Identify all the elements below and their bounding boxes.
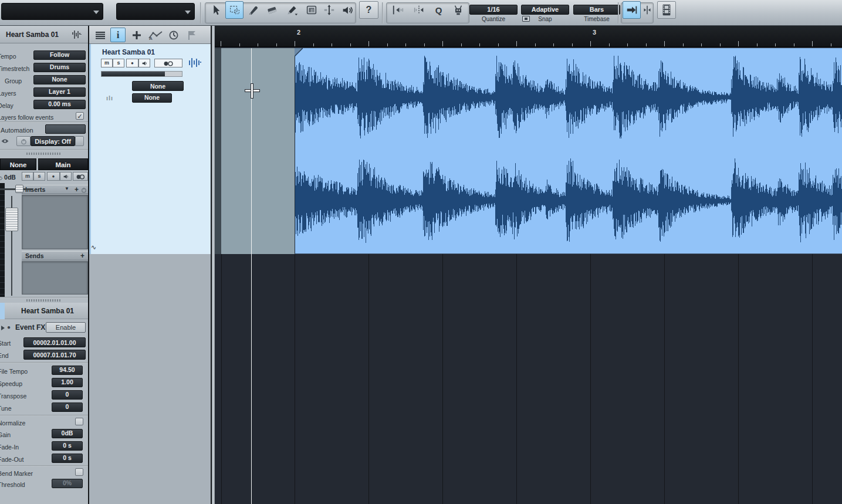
tab-channel-main[interactable]: Main xyxy=(38,158,88,170)
track-header[interactable]: Heart Samba 01 m s ● None ılı None ∿ xyxy=(89,44,211,254)
track-input-button[interactable]: None xyxy=(132,93,172,103)
fader-handle[interactable] xyxy=(5,208,18,231)
help-button[interactable]: ? xyxy=(359,1,378,19)
paint-tool-button[interactable] xyxy=(282,1,302,19)
quantize-value-dropdown[interactable]: 1/16 xyxy=(469,5,518,15)
listen-tool-button[interactable] xyxy=(339,1,356,19)
track-lane-edge xyxy=(215,48,221,254)
event-fx-expand-icon[interactable] xyxy=(1,326,5,330)
track-title: Heart Samba 01 xyxy=(102,48,155,56)
snap-edges-button[interactable] xyxy=(388,1,408,19)
arrow-tool-icon xyxy=(209,4,222,16)
marker-track-button[interactable] xyxy=(184,28,199,42)
track-instrument-button[interactable]: None xyxy=(132,81,184,91)
window-selector-dropdown[interactable] xyxy=(1,3,103,20)
channel-mute-button[interactable]: m xyxy=(22,172,33,181)
normalize-label: Normalize xyxy=(0,420,25,427)
group-label: Group xyxy=(5,77,22,84)
display-power-button[interactable] xyxy=(16,136,31,146)
track-stereo-button[interactable] xyxy=(154,59,182,67)
eraser-tool-button[interactable] xyxy=(263,1,281,19)
bend-tool-button[interactable] xyxy=(320,1,337,19)
normalize-checkbox[interactable] xyxy=(75,418,83,425)
playhead-line[interactable] xyxy=(251,48,252,504)
inspector-toggle-button[interactable]: i xyxy=(110,28,126,42)
tempo-track-button[interactable] xyxy=(166,28,181,42)
inserts-list[interactable] xyxy=(22,195,88,249)
timestretch-value-button[interactable]: Drums xyxy=(33,63,86,72)
track-mute-button[interactable]: m xyxy=(101,59,113,67)
fade-in-value[interactable]: 0 s xyxy=(52,441,83,451)
end-value[interactable]: 00007.01.01.70 xyxy=(23,350,86,360)
display-mode-button[interactable]: Display: Off xyxy=(31,136,75,146)
channel-monitor-button[interactable] xyxy=(60,172,72,181)
track-lane-background[interactable] xyxy=(221,48,295,254)
track-record-button[interactable]: ● xyxy=(126,59,138,67)
channel-solo-button[interactable]: s xyxy=(33,172,45,181)
track-list-panel: i A Heart Samba 01 m s ● xyxy=(89,26,212,504)
start-value[interactable]: 00002.01.01.00 xyxy=(23,337,86,347)
marker-flag-icon xyxy=(187,30,197,40)
snap-value-dropdown[interactable]: Adaptive xyxy=(521,5,569,15)
group-value-button[interactable]: None xyxy=(33,75,86,84)
tempo-value-button[interactable]: Follow xyxy=(33,50,86,60)
sends-list[interactable] xyxy=(22,261,88,295)
mute-tool-button[interactable] xyxy=(303,1,319,19)
chevron-down-icon xyxy=(93,11,99,14)
quantize-tool-button[interactable]: Q xyxy=(430,1,448,19)
arrow-tool-button[interactable] xyxy=(207,1,225,19)
track-monitor-button[interactable] xyxy=(138,59,150,67)
gain-value[interactable]: 0dB xyxy=(52,429,83,438)
audio-event-heart-samba[interactable] xyxy=(295,48,842,254)
panel-grip-handle[interactable] xyxy=(26,153,62,155)
track-volume-slider[interactable] xyxy=(101,71,182,77)
transpose-value[interactable]: 0 xyxy=(52,390,83,400)
split-tool-button[interactable] xyxy=(244,1,262,19)
threshold-value[interactable]: 0% xyxy=(52,479,83,488)
automation-view-button[interactable]: A xyxy=(147,28,164,42)
bend-marker-checkbox[interactable] xyxy=(75,468,83,476)
timebase-label: Timebase xyxy=(573,16,620,22)
file-tempo-value[interactable]: 94.50 xyxy=(52,366,83,375)
panel-grip-handle[interactable] xyxy=(26,299,62,302)
add-insert-button[interactable]: + xyxy=(75,185,79,194)
timeline-ruler[interactable]: 23 xyxy=(215,26,842,47)
track-solo-button[interactable]: s xyxy=(113,59,124,67)
pan-slider-handle[interactable] xyxy=(15,185,23,193)
power-icon[interactable] xyxy=(81,187,87,193)
speedup-value[interactable]: 1.00 xyxy=(52,378,83,387)
automation-value-button[interactable] xyxy=(45,124,86,134)
view-selector-dropdown[interactable] xyxy=(116,3,195,20)
channel-stereo-button[interactable] xyxy=(73,172,88,181)
chevron-down-icon[interactable]: ▼ xyxy=(65,186,69,191)
layers-value-button[interactable]: Layer 1 xyxy=(33,87,86,97)
automation-zigzag-icon[interactable]: ∿ xyxy=(91,243,96,251)
tune-value[interactable]: 0 xyxy=(52,402,83,412)
video-button[interactable] xyxy=(657,1,676,19)
bend-tool-icon xyxy=(323,4,336,16)
cursor-follow-button[interactable] xyxy=(641,1,652,19)
monitor-icon xyxy=(141,60,147,66)
autoscroll-button[interactable] xyxy=(623,1,641,19)
waveform-icon xyxy=(188,57,201,69)
tune-label: Tune xyxy=(0,405,12,412)
display-expand-button[interactable] xyxy=(75,136,84,146)
audio-waveform xyxy=(295,48,842,254)
add-send-button[interactable]: + xyxy=(80,252,84,260)
event-fx-enable-button[interactable]: Enable xyxy=(46,322,86,333)
fade-out-value[interactable]: 0 s xyxy=(52,454,83,463)
range-tool-button[interactable] xyxy=(225,1,244,19)
macro-button[interactable] xyxy=(449,1,467,19)
delay-value-button[interactable]: 0.00 ms xyxy=(33,100,86,109)
arrangement-area[interactable]: 23 xyxy=(215,26,842,504)
pan-value[interactable]: ◇ 0dB xyxy=(0,174,16,181)
event-header: Heart Samba 01 xyxy=(0,303,88,319)
tab-channel-none[interactable]: None xyxy=(0,158,36,170)
add-track-button[interactable] xyxy=(129,28,144,42)
timebase-value-dropdown[interactable]: Bars xyxy=(573,5,620,15)
track-list-menu-button[interactable] xyxy=(93,28,108,42)
channel-record-button[interactable]: ● xyxy=(47,172,60,181)
snap-cursor-button[interactable] xyxy=(409,1,428,19)
monitor-icon xyxy=(63,174,69,180)
layers-follow-checkbox[interactable]: ✓ xyxy=(76,112,84,120)
